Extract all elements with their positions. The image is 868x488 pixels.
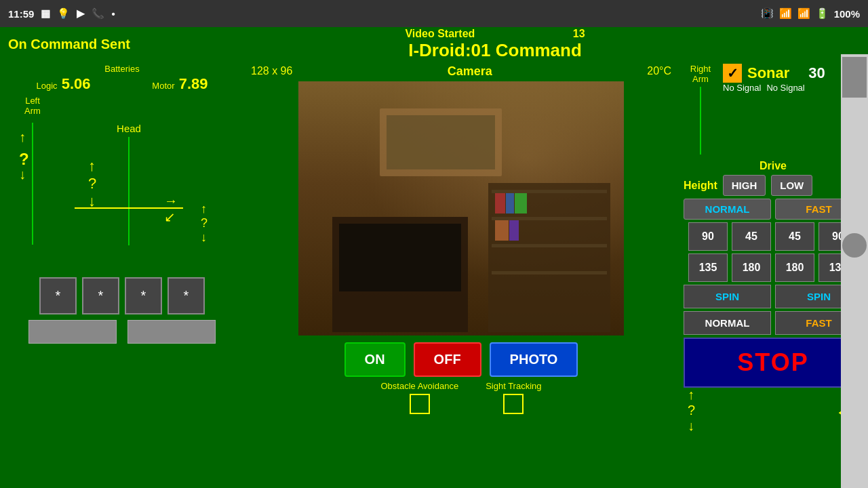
batteries-label: Batteries (104, 64, 139, 74)
room-overlay (298, 81, 624, 336)
normal-fast-row-1: NORMAL FAST (684, 199, 863, 220)
spin-row: SPIN SPIN (684, 285, 863, 308)
svg-rect-3 (339, 224, 461, 291)
battery-values: Logic 5.06 Motor 7.89 (5, 75, 239, 93)
stop-button[interactable]: STOP (684, 338, 863, 388)
svg-rect-13 (509, 220, 519, 241)
main-title: I-Droid:01 Command (130, 40, 860, 61)
on-button[interactable]: ON (344, 342, 406, 377)
star-btn-2[interactable]: * (82, 277, 119, 314)
left-arm-arrow-down: ↓ (19, 167, 26, 182)
vibrate-icon: 📳 (761, 7, 774, 20)
star-btn-4[interactable]: * (167, 277, 205, 314)
sonar-checkbox[interactable]: ✓ (723, 64, 742, 83)
video-status: Video Started 13 (130, 28, 860, 40)
spin-btn-1[interactable]: SPIN (684, 285, 771, 308)
svg-rect-1 (387, 115, 495, 169)
right-arm-line (700, 87, 701, 155)
high-button[interactable]: HIGH (723, 175, 766, 196)
call-icon: 📞 (92, 7, 104, 20)
svg-rect-12 (495, 220, 509, 241)
drive-label: Drive (684, 160, 863, 172)
svg-rect-8 (492, 271, 607, 274)
left-panel: Batteries Logic 5.06 Motor 7.89 Left (0, 61, 244, 488)
left-arm-label: Left Arm (24, 96, 41, 116)
spacer (198, 96, 239, 136)
svg-rect-5 (492, 190, 607, 193)
svg-rect-10 (506, 193, 514, 214)
sight-checkbox[interactable] (503, 394, 524, 414)
sonar-label: Sonar (747, 64, 789, 82)
main-row: Batteries Logic 5.06 Motor 7.89 Left (0, 61, 868, 488)
bottom-controls: ON OFF PHOTO (344, 342, 578, 377)
slider-1[interactable] (28, 320, 117, 344)
app-container: On Command Sent Video Started 13 I-Droid… (0, 27, 868, 488)
head-right-arrows: →↙ (164, 193, 178, 225)
slider-2[interactable] (127, 320, 216, 344)
angle-180-2[interactable]: 180 (775, 253, 814, 282)
app-title: Video Started 13 I-Droid:01 Command (130, 28, 860, 61)
scroll-circle[interactable] (842, 233, 867, 258)
photo-button[interactable]: PHOTO (490, 342, 578, 377)
angle-row-2: 135 180 180 135 (684, 253, 863, 282)
left-arm-section: Left Arm ↑ ? ↓ (5, 96, 60, 272)
camera-temp: 20°C (647, 65, 671, 77)
svg-rect-7 (492, 244, 607, 247)
tracking-row: Obstacle Avoidance Sight Tracking (380, 381, 541, 414)
bottom-sliders (5, 320, 239, 344)
camera-info-row: 128 x 96 Camera 20°C (244, 61, 678, 81)
star-buttons-row: * * * * (5, 277, 239, 314)
sonar-signal-1: No Signal (723, 83, 761, 93)
wifi-icon: 📶 (779, 7, 792, 20)
angle-45-2[interactable]: 45 (775, 222, 814, 251)
left-arm-question: ? (19, 150, 29, 169)
dot-icon: • (111, 8, 115, 20)
sim-icon: ▦ (41, 7, 50, 20)
right-panel: Right Arm ✓ Sonar 30 No Signal (678, 61, 868, 488)
angle-180-1[interactable]: 180 (732, 253, 771, 282)
camera-label: Camera (448, 64, 492, 79)
camera-feed (298, 81, 624, 336)
camera-image (298, 81, 624, 336)
youtube-icon: ▶ (77, 7, 85, 20)
left-arm-line (32, 123, 33, 245)
command-sent-label: On Command Sent (8, 37, 130, 52)
sight-label: Sight Tracking (486, 381, 541, 391)
right-arm-sonar-row: Right Arm ✓ Sonar 30 No Signal (684, 64, 863, 157)
angle-135-1[interactable]: 135 (688, 253, 728, 282)
scrollbar[interactable]: ◀ (841, 54, 868, 488)
center-panel: 128 x 96 Camera 20°C (244, 61, 678, 488)
obstacle-checkbox[interactable] (410, 394, 430, 414)
sonar-value: 30 (808, 64, 825, 82)
batteries-section: Batteries (5, 64, 239, 74)
height-row: Height HIGH LOW (684, 175, 863, 196)
camera-resolution: 128 x 96 (251, 65, 292, 77)
head-control: Head ↑?↓ →↙ (60, 96, 198, 272)
normal-btn-1[interactable]: NORMAL (684, 199, 771, 220)
angle-45-1[interactable]: 45 (732, 222, 771, 251)
angle-90-1[interactable]: 90 (688, 222, 728, 251)
battery-percent: 100% (834, 8, 860, 20)
motor-battery: Motor 7.89 (152, 75, 208, 93)
star-btn-3[interactable]: * (125, 277, 162, 314)
arms-row: Left Arm ↑ ? ↓ Head ↑?↓ (5, 96, 239, 272)
normal-btn-2[interactable]: NORMAL (684, 311, 771, 335)
off-button[interactable]: OFF (414, 342, 481, 377)
time-display: 11:59 (8, 8, 34, 20)
signal-icon: 📶 (797, 7, 810, 20)
head-label: Head (117, 123, 141, 134)
right-arm-vertical: Right Arm (684, 64, 717, 157)
head-up-arrow: ↑?↓ (88, 157, 96, 210)
height-label: Height (684, 180, 717, 192)
scroll-thumb[interactable] (842, 57, 867, 98)
svg-rect-11 (515, 193, 527, 214)
low-button[interactable]: LOW (771, 175, 812, 196)
bottom-arrow-area: ← (684, 394, 863, 428)
battery-icon: 🔋 (816, 7, 829, 20)
svg-rect-9 (495, 193, 505, 214)
sight-tracking: Sight Tracking (486, 381, 541, 414)
left-panel-right-spacer: ↑?↓ (198, 96, 239, 272)
right-label: Right Arm (690, 64, 711, 84)
star-btn-1[interactable]: * (39, 277, 77, 314)
logic-battery: Logic 5.06 (36, 75, 90, 93)
